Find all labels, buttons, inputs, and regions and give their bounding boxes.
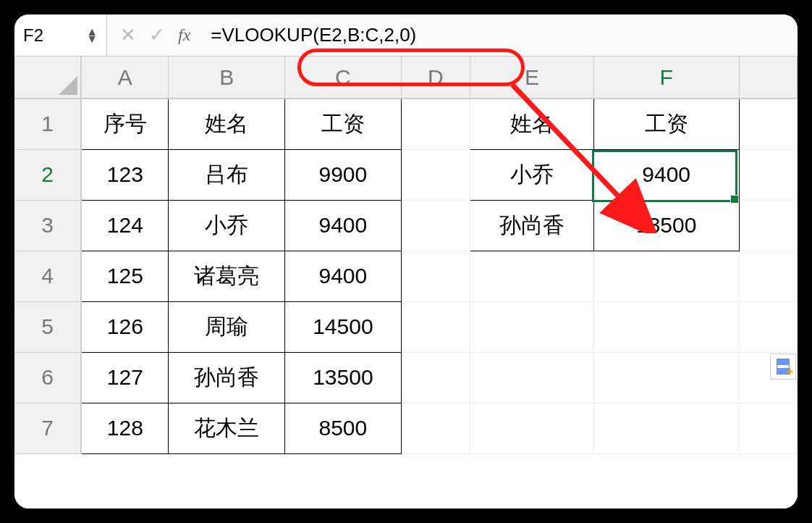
cell-A2[interactable]: 123 [81, 149, 169, 200]
cell-D7[interactable] [401, 403, 470, 453]
cell-B3[interactable]: 小乔 [169, 200, 285, 251]
cell-G1[interactable] [739, 99, 797, 149]
cell-E6[interactable] [470, 352, 594, 403]
col-header-D[interactable]: D [401, 57, 470, 99]
cell-reference: F2 [23, 25, 43, 46]
row-header-6[interactable]: 6 [14, 352, 81, 403]
cell-G2[interactable] [739, 149, 797, 200]
spreadsheet-window: F2 ▲ ▼ ✕ ✓ fx =VLOOKUP(E2,B:C,2,0) A B C… [14, 14, 798, 509]
cell-D4[interactable] [401, 251, 470, 301]
row-header-4[interactable]: 4 [14, 251, 81, 301]
row-header-2[interactable]: 2 [14, 149, 81, 200]
formula-controls: ✕ ✓ fx [107, 24, 203, 46]
cell-F2[interactable]: 9400 [593, 149, 739, 200]
cell-B7[interactable]: 花木兰 [169, 403, 285, 453]
col-header-A[interactable]: A [81, 57, 169, 99]
cell-D2[interactable] [401, 149, 470, 200]
cell-C3[interactable]: 9400 [285, 200, 402, 251]
cell-G5[interactable] [739, 301, 797, 352]
row-header-1[interactable]: 1 [14, 99, 81, 149]
cancel-icon[interactable]: ✕ [120, 24, 136, 46]
cell-D1[interactable] [401, 99, 470, 149]
col-header-B[interactable]: B [169, 57, 285, 99]
cell-B5[interactable]: 周瑜 [169, 301, 285, 352]
cell-G4[interactable] [739, 251, 797, 301]
cell-E2[interactable]: 小乔 [470, 149, 594, 200]
cell-A5[interactable]: 126 [81, 301, 169, 352]
cell-B4[interactable]: 诸葛亮 [169, 251, 285, 301]
confirm-icon[interactable]: ✓ [149, 24, 165, 46]
cell-F7[interactable] [593, 403, 739, 453]
cell-D3[interactable] [401, 200, 470, 251]
cell-E4[interactable] [470, 251, 594, 301]
cell-C6[interactable]: 13500 [285, 352, 402, 403]
cell-E1[interactable]: 姓名 [470, 99, 594, 149]
cell-B1[interactable]: 姓名 [169, 99, 285, 149]
col-header-F[interactable]: F [593, 57, 739, 99]
cell-C1[interactable]: 工资 [285, 99, 402, 149]
cell-D6[interactable] [401, 352, 470, 403]
cell-C5[interactable]: 14500 [285, 301, 402, 352]
formula-input[interactable]: =VLOOKUP(E2,B:C,2,0) [203, 24, 798, 46]
cell-F5[interactable] [593, 301, 739, 352]
cell-B2[interactable]: 吕布 [169, 149, 285, 200]
cell-F3[interactable]: 13500 [593, 200, 739, 251]
paste-icon: + [777, 359, 790, 375]
select-all-corner[interactable] [14, 57, 81, 99]
cell-A1[interactable]: 序号 [81, 99, 169, 149]
formula-bar: F2 ▲ ▼ ✕ ✓ fx =VLOOKUP(E2,B:C,2,0) [14, 14, 798, 57]
col-header-E[interactable]: E [470, 57, 594, 99]
cell-F1[interactable]: 工资 [593, 99, 739, 149]
fx-icon[interactable]: fx [178, 25, 190, 45]
col-header-blank[interactable] [739, 57, 797, 99]
cell-G7[interactable] [739, 403, 797, 453]
cell-E5[interactable] [470, 301, 594, 352]
cell-A6[interactable]: 127 [81, 352, 169, 403]
cell-F4[interactable] [593, 251, 739, 301]
cell-C2[interactable]: 9900 [285, 149, 402, 200]
cell-E7[interactable] [470, 403, 594, 453]
cell-E3[interactable]: 孙尚香 [470, 200, 594, 251]
cell-A7[interactable]: 128 [81, 403, 169, 453]
name-box-spinner[interactable]: ▲ ▼ [86, 28, 98, 42]
cell-C4[interactable]: 9400 [285, 251, 402, 301]
col-header-C[interactable]: C [285, 57, 402, 99]
paste-options-button[interactable]: + [770, 353, 796, 380]
cell-D5[interactable] [401, 301, 470, 352]
cell-F6[interactable] [593, 352, 739, 403]
cell-B6[interactable]: 孙尚香 [169, 352, 285, 403]
sheet-area: A B C D E F 1 序号 姓名 工资 姓名 工资 2 123 [14, 57, 798, 509]
cell-C7[interactable]: 8500 [285, 403, 402, 453]
cell-A4[interactable]: 125 [81, 251, 169, 301]
cell-G3[interactable] [739, 200, 797, 251]
row-header-5[interactable]: 5 [14, 301, 81, 352]
row-header-3[interactable]: 3 [14, 200, 81, 251]
cell-A3[interactable]: 124 [81, 200, 169, 251]
spreadsheet-grid[interactable]: A B C D E F 1 序号 姓名 工资 姓名 工资 2 123 [14, 57, 798, 454]
corner-triangle-icon [59, 76, 77, 95]
plus-icon: + [787, 365, 793, 378]
row-header-7[interactable]: 7 [14, 403, 81, 453]
chevron-down-icon[interactable]: ▼ [86, 35, 98, 43]
name-box[interactable]: F2 ▲ ▼ [14, 14, 107, 56]
